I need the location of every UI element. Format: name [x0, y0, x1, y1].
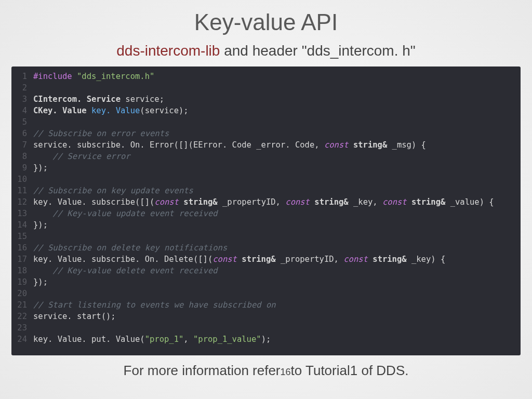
line-number: 16: [11, 242, 33, 254]
line-number: 11: [11, 185, 33, 196]
subtitle-rest: and header "dds_intercom. h": [220, 43, 415, 59]
code-line: 13 // Key-value update event received: [11, 208, 521, 219]
line-number: 23: [11, 322, 33, 334]
line-number: 10: [11, 174, 33, 185]
code-block: 1#include "dds_intercom.h"2 3CIntercom. …: [11, 66, 521, 355]
code-content: [33, 116, 38, 128]
code-content: // Service error: [33, 151, 130, 162]
line-number: 7: [11, 139, 33, 151]
code-line: 24key. Value. put. Value("prop_1", "prop…: [11, 334, 521, 345]
code-content: key. Value. put. Value("prop_1", "prop_1…: [33, 334, 271, 345]
code-line: 23: [11, 322, 521, 334]
footer-post: to Tutorial1 of DDS.: [291, 363, 409, 378]
code-content: CKey. Value key. Value(service);: [33, 105, 189, 116]
code-content: [33, 174, 38, 185]
code-line: 6// Subscribe on error events: [11, 128, 521, 139]
slide-title: Key-value API: [0, 0, 532, 35]
line-number: 18: [11, 265, 33, 276]
code-line: 15: [11, 231, 521, 242]
code-content: [33, 288, 38, 299]
slide-subtitle: dds-intercom-lib and header "dds_interco…: [0, 43, 532, 59]
code-line: 10: [11, 174, 521, 185]
code-line: 9});: [11, 162, 521, 174]
code-line: 2: [11, 82, 521, 94]
code-content: // Key-value delete event received: [33, 265, 218, 276]
code-content: key. Value. subscribe. On. Delete([](con…: [33, 254, 445, 265]
line-number: 22: [11, 311, 33, 322]
lib-name: dds-intercom-lib: [116, 43, 220, 59]
code-content: service. subscribe. On. Error([](EError.…: [33, 139, 426, 151]
code-line: 1#include "dds_intercom.h": [11, 71, 521, 82]
footer-pre: For more information refer: [124, 363, 281, 378]
code-line: 19});: [11, 276, 521, 288]
line-number: 24: [11, 334, 33, 345]
code-content: // Subscribe on delete key notifications: [33, 242, 227, 254]
line-number: 19: [11, 276, 33, 288]
line-number: 8: [11, 151, 33, 162]
code-line: 4CKey. Value key. Value(service);: [11, 105, 521, 116]
line-number: 3: [11, 94, 33, 105]
line-number: 4: [11, 105, 33, 116]
page-number: 16: [281, 367, 291, 377]
line-number: 6: [11, 128, 33, 139]
line-number: 20: [11, 288, 33, 299]
line-number: 13: [11, 208, 33, 219]
code-content: });: [33, 276, 48, 288]
line-number: 14: [11, 219, 33, 231]
line-number: 1: [11, 71, 33, 82]
code-line: 8 // Service error: [11, 151, 521, 162]
code-line: 5: [11, 116, 521, 128]
code-content: key. Value. subscribe([](const string& _…: [33, 196, 494, 208]
code-content: service. start();: [33, 311, 116, 322]
code-content: [33, 231, 38, 242]
code-line: 3CIntercom. Service service;: [11, 94, 521, 105]
code-content: [33, 82, 38, 94]
line-number: 12: [11, 196, 33, 208]
footer-text: For more information refer16to Tutorial1…: [0, 363, 532, 379]
code-content: });: [33, 162, 48, 174]
code-line: 12key. Value. subscribe([](const string&…: [11, 196, 521, 208]
code-content: CIntercom. Service service;: [33, 94, 164, 105]
line-number: 21: [11, 299, 33, 311]
code-line: 11// Subscribe on key update events: [11, 185, 521, 196]
code-line: 18 // Key-value delete event received: [11, 265, 521, 276]
code-line: 7service. subscribe. On. Error([](EError…: [11, 139, 521, 151]
code-content: #include "dds_intercom.h": [33, 71, 154, 82]
code-line: 17key. Value. subscribe. On. Delete([](c…: [11, 254, 521, 265]
code-line: 20: [11, 288, 521, 299]
code-line: 14});: [11, 219, 521, 231]
code-content: });: [33, 219, 48, 231]
code-line: 21// Start listening to events we have s…: [11, 299, 521, 311]
line-number: 9: [11, 162, 33, 174]
code-content: // Start listening to events we have sub…: [33, 299, 276, 311]
code-line: 22service. start();: [11, 311, 521, 322]
code-content: [33, 322, 38, 334]
code-content: // Subscribe on key update events: [33, 185, 193, 196]
line-number: 5: [11, 116, 33, 128]
code-content: // Key-value update event received: [33, 208, 218, 219]
line-number: 2: [11, 82, 33, 94]
line-number: 15: [11, 231, 33, 242]
code-line: 16// Subscribe on delete key notificatio…: [11, 242, 521, 254]
code-content: // Subscribe on error events: [33, 128, 169, 139]
line-number: 17: [11, 254, 33, 265]
